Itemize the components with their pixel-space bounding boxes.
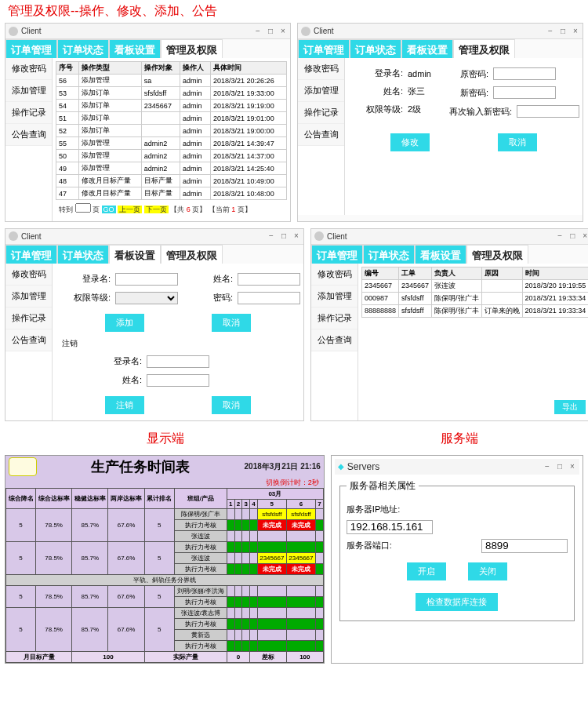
tab-kanban[interactable]: 看板设置	[109, 39, 161, 58]
page-title: 管理及权限--操作、修改、添加、公告	[0, 0, 588, 23]
table-row[interactable]: 50添加管理admin2admin2018/3/21 14:37:00	[56, 150, 287, 162]
table-row[interactable]: 55添加管理admin2admin2018/3/21 14:39:47	[56, 137, 287, 150]
level-value: 2级	[408, 104, 421, 115]
cancel-button[interactable]: 取消	[212, 396, 251, 414]
orig-pwd-input[interactable]	[493, 67, 556, 80]
side-chgpwd[interactable]: 修改密码	[5, 58, 52, 80]
display-panel: 生产任务时间表 2018年3月21日 21:16 切换倒计时：2秒 综合降名综合…	[5, 455, 325, 664]
prev-button[interactable]: 上一页	[118, 206, 142, 213]
client-notice: Client −□× 订单管理 订单状态 看板设置 管理及权限 修改密码 添加管…	[310, 228, 588, 421]
notice-table: 编号工单负责人原因时间 23456672345667张连波2018/3/20 1…	[361, 267, 588, 318]
table-row[interactable]: 000987sfsfdsff陈保明/张广丰2018/3/21 19:33:34	[362, 292, 589, 304]
del-login-input[interactable]	[147, 355, 209, 368]
app-icon	[314, 231, 324, 241]
client-addmgmt: Client −□× 订单管理 订单状态 看板设置 管理及权限 修改密码 添加管…	[5, 228, 304, 421]
max-icon[interactable]: □	[267, 27, 274, 35]
cancel-button[interactable]: 取消	[212, 314, 251, 332]
modify-button[interactable]: 修改	[390, 133, 430, 151]
del-name-input[interactable]	[147, 374, 209, 387]
max-icon[interactable]: □	[556, 463, 564, 471]
table-row[interactable]: 48修改月目标产量目标产量admin2018/3/21 10:49:00	[56, 175, 287, 187]
goto-input[interactable]	[75, 203, 91, 213]
renew-pwd-input[interactable]	[517, 105, 579, 118]
ip-input[interactable]	[347, 520, 433, 534]
add-name-input[interactable]	[238, 273, 300, 286]
pager: 转到 页 GO 上一页 下一页 【共 6 页】 【当前 1 页】	[56, 200, 287, 218]
level-select[interactable]	[115, 292, 178, 304]
add-login-input[interactable]	[115, 273, 178, 286]
client-oplog: Client −□× 订单管理 订单状态 看板设置 管理及权限 修改密码 添加管…	[5, 23, 291, 222]
port-input[interactable]	[481, 539, 568, 553]
table-row[interactable]: 53添加订单sfsfdsffadmin2018/3/21 19:33:00	[56, 87, 287, 100]
stop-button[interactable]: 关闭	[468, 562, 507, 580]
client-chgpwd: Client −□× 订单管理 订单状态 看板设置 管理及权限 修改密码 添加管…	[297, 23, 583, 222]
app-icon	[301, 27, 310, 36]
close-icon[interactable]: ×	[572, 27, 579, 35]
server-icon: ◆	[338, 462, 344, 471]
export-button[interactable]: 导出	[554, 400, 586, 414]
table-row[interactable]: 54添加订单2345667admin2018/3/21 19:19:00	[56, 100, 287, 112]
min-icon[interactable]: −	[546, 27, 554, 35]
table-row[interactable]: 47修改月目标产量目标产量admin2018/3/21 10:48:00	[56, 187, 287, 200]
add-pwd-input[interactable]	[238, 292, 300, 304]
side-notice[interactable]: 公告查询	[5, 124, 52, 146]
name-value: 张三	[408, 86, 425, 97]
server-panel: ◆Servers −□× 服务器相关属性 服务器IP地址: 服务器端口: 开启 …	[331, 455, 583, 664]
table-row[interactable]: 52添加订单admin2018/3/21 19:00:00	[56, 125, 287, 137]
go-button[interactable]: GO	[102, 206, 116, 213]
table-row[interactable]: 88888888sfsfdsff陈保明/张广丰订单来的晚2018/3/21 19…	[362, 304, 589, 317]
oplog-table: 序号操作类型操作对象操作人具体时间 56添加管理saadmin2018/3/21…	[56, 61, 287, 200]
start-button[interactable]: 开启	[407, 562, 446, 580]
check-db-button[interactable]: 检查数据库连接	[416, 593, 498, 611]
side-addmgmt[interactable]: 添加管理	[5, 80, 52, 102]
new-pwd-input[interactable]	[493, 86, 556, 99]
app-icon	[9, 231, 18, 241]
close-icon[interactable]: ×	[279, 27, 287, 35]
table-row[interactable]: 23456672345667张连波2018/3/20 19:19:55	[362, 279, 589, 292]
table-row[interactable]: 51添加订单admin2018/3/21 19:01:00	[56, 112, 287, 125]
max-icon[interactable]: □	[559, 27, 567, 35]
min-icon[interactable]: −	[254, 27, 262, 35]
add-button[interactable]: 添加	[105, 314, 144, 332]
tab-order-status[interactable]: 订单状态	[57, 39, 109, 58]
min-icon[interactable]: −	[543, 463, 551, 471]
close-icon[interactable]: ×	[568, 463, 576, 471]
delete-button[interactable]: 注销	[105, 396, 144, 414]
tab-order-mgmt[interactable]: 订单管理	[5, 39, 57, 58]
production-table: 综合降名综合达标率稳健达标率两岸达标率累计排名班组/产品 03月 1234567…	[5, 488, 324, 663]
side-oplog[interactable]: 操作记录	[5, 102, 52, 124]
cancel-button[interactable]: 取消	[498, 133, 537, 151]
tab-perm[interactable]: 管理及权限	[161, 39, 223, 58]
table-row[interactable]: 56添加管理saadmin2018/3/21 20:26:26	[56, 75, 287, 87]
login-value: admin	[408, 69, 431, 78]
table-row[interactable]: 49添加管理admin2admin2018/3/21 14:25:40	[56, 162, 287, 175]
app-icon	[9, 27, 18, 36]
company-logo	[9, 457, 37, 476]
next-button[interactable]: 下一页	[144, 206, 169, 213]
